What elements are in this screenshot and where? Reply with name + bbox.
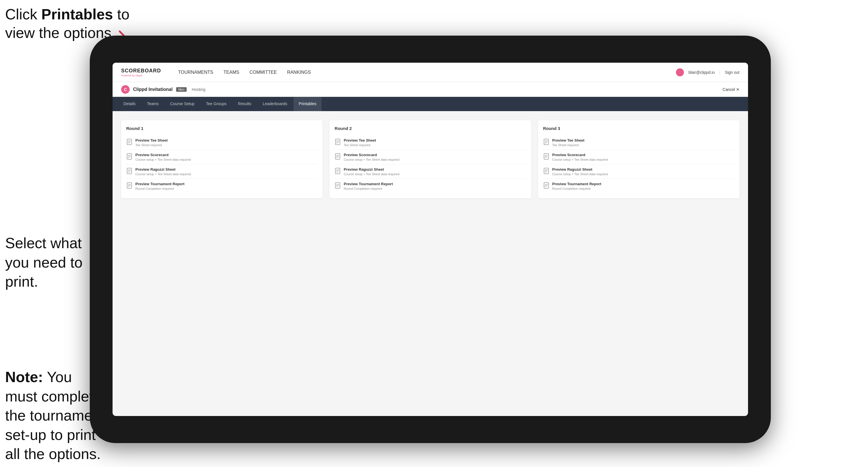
round-3-tee-sheet-text: Preview Tee Sheet Tee Sheet required (552, 138, 585, 147)
round-3-title: Round 3 (543, 126, 734, 131)
round-1-raguzzi-sub: Course setup + Tee Sheet data required (135, 173, 191, 176)
round-3-tournament-report-text: Preview Tournament Report Round Completi… (552, 182, 601, 190)
sub-nav-results[interactable]: Results (233, 97, 256, 111)
round-2-tee-sheet-sub: Tee Sheet required (344, 143, 376, 147)
round-3-tee-sheet[interactable]: Preview Tee Sheet Tee Sheet required (543, 135, 734, 150)
round-1-tournament-report-title: Preview Tournament Report (135, 182, 184, 186)
round-3-tournament-report-sub: Round Completion required (552, 187, 601, 190)
user-email: blair@clippd.io (688, 70, 715, 75)
round-2-raguzzi-text: Preview Raguzzi Sheet Course setup + Tee… (344, 167, 399, 176)
round-3-tournament-report[interactable]: Preview Tournament Report Round Completi… (543, 179, 734, 193)
round-1-tournament-report-text: Preview Tournament Report Round Completi… (135, 182, 184, 190)
round-1-scorecard-sub: Course setup + Tee Sheet data required (135, 158, 191, 161)
sub-nav-tee-groups[interactable]: Tee Groups (201, 97, 232, 111)
tee-sheet-icon (126, 139, 132, 146)
round-3-scorecard[interactable]: Preview Scorecard Course setup + Tee She… (543, 150, 734, 164)
tournament-logo: C (121, 85, 130, 94)
tablet-screen: SCOREBOARD Powered by clippd TOURNAMENTS… (113, 63, 748, 416)
round-3-raguzzi-text: Preview Raguzzi Sheet Course setup + Tee… (552, 167, 608, 176)
round-1-tournament-report-sub: Round Completion required (135, 187, 184, 190)
rounds-container: Round 1 Preview Tee Sheet Tee Sheet requ… (121, 120, 740, 198)
round-2-raguzzi[interactable]: Preview Raguzzi Sheet Course setup + Tee… (335, 164, 526, 179)
round-1-raguzzi-text: Preview Raguzzi Sheet Course setup + Tee… (135, 167, 191, 176)
nav-committee[interactable]: COMMITTEE (249, 70, 277, 75)
nav-links: TOURNAMENTS TEAMS COMMITTEE RANKINGS (178, 70, 664, 75)
brand: SCOREBOARD Powered by clippd (121, 68, 167, 77)
user-avatar (676, 68, 684, 76)
tournament-report-icon (126, 182, 132, 190)
round-2-tournament-report-title: Preview Tournament Report (344, 182, 393, 186)
r2-tee-sheet-icon (335, 139, 341, 146)
round-1-tournament-report[interactable]: Preview Tournament Report Round Completi… (126, 179, 317, 193)
round-2-tournament-report[interactable]: Preview Tournament Report Round Completi… (335, 179, 526, 193)
round-3-raguzzi-title: Preview Raguzzi Sheet (552, 167, 608, 172)
raguzzi-icon (126, 168, 132, 175)
round-1-tee-sheet-title: Preview Tee Sheet (135, 138, 167, 143)
top-nav: SCOREBOARD Powered by clippd TOURNAMENTS… (113, 63, 748, 82)
round-1-scorecard-text: Preview Scorecard Course setup + Tee She… (135, 153, 191, 161)
round-3-column: Round 3 Preview Tee Sheet Tee Sheet requ… (538, 120, 740, 198)
sign-out-link[interactable]: Sign out (725, 70, 740, 75)
round-2-raguzzi-sub: Course setup + Tee Sheet data required (344, 173, 399, 176)
round-2-scorecard-sub: Course setup + Tee Sheet data required (344, 158, 399, 161)
round-1-scorecard[interactable]: Preview Scorecard Course setup + Tee She… (126, 150, 317, 164)
round-2-tee-sheet[interactable]: Preview Tee Sheet Tee Sheet required (335, 135, 526, 150)
round-3-scorecard-title: Preview Scorecard (552, 153, 608, 157)
round-1-raguzzi[interactable]: Preview Raguzzi Sheet Course setup + Tee… (126, 164, 317, 179)
r3-raguzzi-icon (543, 168, 550, 175)
round-2-scorecard-text: Preview Scorecard Course setup + Tee She… (344, 153, 399, 161)
nav-teams[interactable]: TEAMS (223, 70, 239, 75)
sub-nav-course-setup[interactable]: Course Setup (165, 97, 200, 111)
r3-tournament-report-icon (543, 182, 550, 190)
round-2-scorecard[interactable]: Preview Scorecard Course setup + Tee She… (335, 150, 526, 164)
sub-nav-printables[interactable]: Printables (293, 97, 321, 111)
tablet-device: SCOREBOARD Powered by clippd TOURNAMENTS… (90, 36, 771, 443)
brand-sub: Powered by clippd (121, 74, 167, 77)
round-3-scorecard-sub: Course setup + Tee Sheet data required (552, 158, 608, 161)
round-2-column: Round 2 Preview Tee Sheet Tee Sheet requ… (330, 120, 531, 198)
cancel-button[interactable]: Cancel ✕ (723, 87, 740, 92)
round-2-raguzzi-title: Preview Raguzzi Sheet (344, 167, 399, 172)
round-1-raguzzi-title: Preview Raguzzi Sheet (135, 167, 191, 172)
annotation-note-bold: Note: (5, 369, 43, 385)
round-1-tee-sheet[interactable]: Preview Tee Sheet Tee Sheet required (126, 135, 317, 150)
round-3-raguzzi[interactable]: Preview Raguzzi Sheet Course setup + Tee… (543, 164, 734, 179)
content-area: Round 1 Preview Tee Sheet Tee Sheet requ… (113, 111, 748, 208)
tournament-bar: C Clippd Invitational Men Hosting Cancel… (113, 82, 748, 97)
round-3-tee-sheet-sub: Tee Sheet required (552, 143, 585, 147)
r3-scorecard-icon (543, 153, 550, 161)
annotation-mid: Select what you need to print. (5, 234, 102, 291)
r2-scorecard-icon (335, 153, 341, 161)
round-2-scorecard-title: Preview Scorecard (344, 153, 399, 157)
round-3-scorecard-text: Preview Scorecard Course setup + Tee She… (552, 153, 608, 161)
round-1-title: Round 1 (126, 126, 317, 131)
scorecard-icon (126, 153, 132, 161)
brand-title: SCOREBOARD (121, 68, 167, 74)
r2-tournament-report-icon (335, 182, 341, 190)
round-2-title: Round 2 (335, 126, 526, 131)
sub-nav-details[interactable]: Details (118, 97, 141, 111)
round-3-tournament-report-title: Preview Tournament Report (552, 182, 601, 186)
round-1-scorecard-title: Preview Scorecard (135, 153, 191, 157)
sub-nav: Details Teams Course Setup Tee Groups Re… (113, 97, 748, 111)
sub-nav-teams[interactable]: Teams (142, 97, 164, 111)
nav-separator: | (719, 70, 720, 75)
round-2-tee-sheet-text: Preview Tee Sheet Tee Sheet required (344, 138, 376, 147)
nav-tournaments[interactable]: TOURNAMENTS (178, 70, 213, 75)
tournament-badge: Men (176, 87, 187, 92)
tournament-status: Hosting (192, 87, 205, 92)
round-2-tee-sheet-title: Preview Tee Sheet (344, 138, 376, 143)
round-1-tee-sheet-sub: Tee Sheet required (135, 143, 167, 147)
round-2-tournament-report-text: Preview Tournament Report Round Completi… (344, 182, 393, 190)
annotation-bold: Printables (41, 6, 113, 23)
nav-right: blair@clippd.io | Sign out (676, 68, 740, 76)
round-3-raguzzi-sub: Course setup + Tee Sheet data required (552, 173, 608, 176)
round-1-tee-sheet-text: Preview Tee Sheet Tee Sheet required (135, 138, 167, 147)
round-3-tee-sheet-title: Preview Tee Sheet (552, 138, 585, 143)
r3-tee-sheet-icon (543, 139, 550, 146)
nav-rankings[interactable]: RANKINGS (287, 70, 311, 75)
tournament-name: Clippd Invitational (133, 87, 173, 92)
round-1-column: Round 1 Preview Tee Sheet Tee Sheet requ… (121, 120, 322, 198)
sub-nav-leaderboards[interactable]: Leaderboards (258, 97, 292, 111)
round-2-tournament-report-sub: Round Completion required (344, 187, 393, 190)
